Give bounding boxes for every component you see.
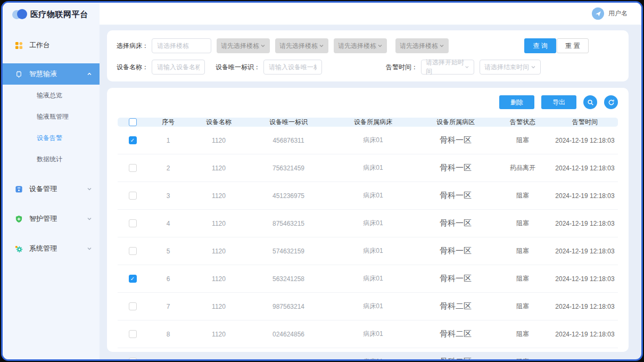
- cell-alarm-time: 2024-12-19 12:18:03: [552, 303, 618, 310]
- building-select-4[interactable]: 请先选择楼栋: [395, 38, 449, 53]
- cell-device-name: 1120: [189, 275, 249, 283]
- building-select-3[interactable]: 请先选择楼栋: [334, 38, 387, 53]
- sidebar-subitem-设备告警[interactable]: 设备告警: [3, 127, 100, 149]
- device-id-label: 设备唯一标识：: [216, 63, 260, 72]
- column-header: 设备所属病床: [328, 118, 418, 127]
- sidebar-subitem-输液瓶管理[interactable]: 输液瓶管理: [3, 106, 100, 127]
- cell-alarm-time: 2024-12-19 12:18:03: [552, 275, 618, 283]
- shield-plus-icon: [14, 215, 23, 223]
- table-toolbar: 删除 导出: [118, 95, 618, 109]
- sidebar-item-label: 工作台: [29, 40, 92, 50]
- sidebar-item-workbench[interactable]: 工作台: [3, 35, 100, 56]
- filter-row-device: 设备名称： 设备唯一标识： 告警时间： 请选择开始时间 请选择结束时间: [117, 60, 619, 75]
- cell-alarm-time: 2024-12-19 12:18:03: [552, 137, 618, 144]
- device-name-input[interactable]: [152, 60, 205, 75]
- cell-bed: 病床01: [328, 274, 418, 283]
- cell-ward: 骨科二区: [418, 301, 493, 311]
- paper-plane-icon: [595, 11, 601, 17]
- column-header: 序号: [147, 118, 189, 127]
- cell-alarm-status: 阻塞: [493, 246, 552, 256]
- bed-input[interactable]: [152, 38, 211, 53]
- refresh-icon: [608, 99, 615, 106]
- sidebar-item-care-management[interactable]: 智护管理: [3, 208, 100, 229]
- sidebar-item-label: 智护管理: [29, 214, 87, 224]
- sidebar: 医疗物联网平台 工作台 智慧输液 输液总览 输液瓶管理 设备告警 数据统计: [3, 3, 100, 359]
- sidebar-subitem-数据统计[interactable]: 数据统计: [3, 149, 100, 170]
- table-row: 3 1120 451236975 病床01 骨科一区 阻塞 2024-12-19…: [118, 182, 618, 210]
- bed-filter-label: 选择病床：: [117, 42, 148, 51]
- sidebar-item-device-management[interactable]: 设备管理: [3, 178, 100, 200]
- cell-bed: 病床01: [328, 302, 418, 311]
- row-checkbox[interactable]: [129, 164, 137, 172]
- sidebar-item-label: 系统管理: [29, 244, 87, 253]
- row-checkbox[interactable]: [129, 247, 137, 255]
- refresh-button[interactable]: [604, 95, 618, 109]
- cell-ward: 骨科一区: [418, 135, 493, 145]
- delete-button[interactable]: 删除: [499, 95, 534, 109]
- cell-device-name: 1120: [189, 248, 249, 255]
- table-row: 6 1120 563241258 病床01 骨科一区 阻塞 2024-12-19…: [118, 265, 618, 293]
- cell-device-name: 1120: [189, 192, 249, 200]
- cell-alarm-time: 2024-12-19 12:18:03: [552, 358, 618, 361]
- cell-bed: 病床01: [328, 191, 418, 200]
- workbench-grid-icon: [14, 41, 23, 50]
- cell-alarm-status: 药品离开: [493, 163, 552, 172]
- reset-button[interactable]: 重 置: [557, 38, 589, 53]
- cell-ward: 骨科二区: [418, 329, 493, 339]
- query-button[interactable]: 查 询: [524, 38, 556, 53]
- sidebar-subitem-输液总览[interactable]: 输液总览: [3, 85, 100, 106]
- alarm-time-label: 告警时间：: [386, 63, 418, 72]
- user-avatar[interactable]: [592, 7, 604, 20]
- cell-bed: 病床01: [328, 330, 418, 339]
- cell-device-uid: 024624856: [249, 331, 328, 338]
- chevron-down-icon: [377, 43, 383, 48]
- username-label: 用户名: [608, 9, 628, 18]
- cell-seq: 6: [147, 275, 189, 283]
- cell-device-uid: 987563214: [249, 303, 328, 310]
- building-select-1[interactable]: 请先选择楼栋: [217, 38, 270, 53]
- row-checkbox[interactable]: [129, 275, 137, 283]
- cell-seq: 1: [147, 137, 189, 144]
- chevron-down-icon: [465, 64, 469, 70]
- sidebar-item-label: 设备管理: [29, 184, 87, 194]
- building-select-2[interactable]: 请先选择楼栋: [275, 38, 328, 53]
- row-checkbox[interactable]: [129, 219, 137, 227]
- filter-panel: 选择病床： 请先选择楼栋 请先选择楼栋 请先选择楼栋: [107, 30, 629, 81]
- table-row: 8 1120 024624856 病床01 骨科二区 阻塞 2024-12-19…: [118, 320, 618, 348]
- chevron-down-icon: [260, 43, 266, 48]
- device-icon: [14, 185, 23, 193]
- sidebar-item-smart-infusion[interactable]: 智慧输液: [3, 63, 100, 85]
- column-header: 设备唯一标识: [249, 118, 328, 127]
- cell-device-uid: 456876311: [249, 137, 328, 144]
- search-button[interactable]: [583, 95, 597, 109]
- device-id-input[interactable]: [263, 60, 322, 75]
- start-time-picker[interactable]: 请选择开始时间: [421, 60, 474, 75]
- row-checkbox[interactable]: [129, 358, 137, 361]
- cell-seq: 5: [147, 248, 189, 255]
- table-row: 9 1120 563201780 病床01 骨科二区 阻塞 2024-12-19…: [118, 348, 618, 361]
- cell-alarm-status: 阻塞: [493, 274, 552, 283]
- cell-alarm-time: 2024-12-19 12:18:03: [552, 220, 618, 227]
- cell-bed: 病床01: [328, 136, 418, 145]
- export-button[interactable]: 导出: [541, 95, 576, 109]
- cell-seq: 2: [147, 164, 189, 172]
- cell-alarm-status: 阻塞: [493, 219, 552, 228]
- sidebar-item-label: 智慧输液: [29, 69, 87, 79]
- cell-device-uid: 574632159: [249, 248, 328, 255]
- cell-device-name: 1120: [189, 358, 249, 361]
- row-checkbox[interactable]: [129, 136, 137, 144]
- end-time-picker[interactable]: 请选择结束时间: [480, 60, 541, 75]
- row-checkbox[interactable]: [129, 192, 137, 200]
- column-header: 告警时间: [552, 118, 618, 127]
- cell-seq: 9: [147, 358, 189, 361]
- row-checkbox[interactable]: [129, 330, 137, 338]
- select-all-checkbox[interactable]: [129, 118, 137, 126]
- table-row: 4 1120 875463215 病床01 骨科一区 阻塞 2024-12-19…: [118, 210, 618, 237]
- sidebar-item-system-management[interactable]: 系统管理: [3, 238, 100, 259]
- cell-alarm-status: 阻塞: [493, 357, 552, 361]
- row-checkbox[interactable]: [129, 302, 137, 310]
- device-name-label: 设备名称：: [117, 63, 148, 72]
- cell-device-name: 1120: [189, 220, 249, 227]
- column-header: 设备名称: [189, 118, 249, 127]
- table-header: 序号 设备名称 设备唯一标识 设备所属病床 设备所属病区 告警状态 告警时间: [118, 118, 618, 127]
